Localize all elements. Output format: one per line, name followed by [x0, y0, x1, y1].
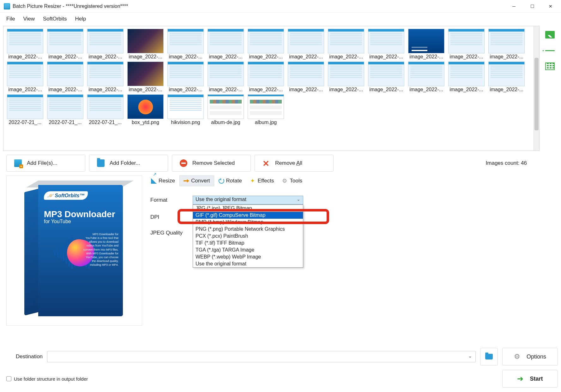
close-button[interactable]: ✕	[541, 0, 560, 13]
remove-all-label: Remove All	[275, 160, 302, 166]
options-button[interactable]: ⚙ Options	[502, 348, 558, 365]
thumbnail-label: image_2022-...	[249, 54, 283, 60]
thumbnail-item[interactable]: 2022-07-21_...	[46, 94, 84, 125]
thumbnail-item[interactable]: image_2022-...	[367, 62, 405, 92]
format-label: Format	[150, 197, 193, 203]
thumbnail-label: image_2022-...	[129, 54, 162, 60]
thumbnail-label: image_2022-...	[129, 87, 162, 92]
add-folder-label: Add Folder...	[110, 160, 140, 166]
thumbnail-item[interactable]: image_2022-...	[126, 29, 165, 60]
start-button[interactable]: ➔ Start	[502, 370, 558, 388]
format-option[interactable]: PNG (*.png) Portable Network Graphics	[193, 226, 303, 233]
format-select[interactable]: Use the original format	[193, 196, 303, 205]
menu-bar: File View SoftOrbits Help	[0, 13, 561, 26]
thumbnail-label: 2022-07-21_...	[89, 120, 122, 125]
format-option[interactable]: TIF (*.tif) TIFF Bitmap	[193, 240, 303, 246]
thumbnail-image	[408, 29, 444, 53]
thumbnail-item[interactable]: album.jpg	[247, 94, 285, 125]
thumbnail-item[interactable]: image_2022-...	[46, 62, 84, 92]
thumbnail-item[interactable]: image_2022-...	[6, 29, 44, 60]
thumbnail-item[interactable]: image_2022-...	[407, 29, 445, 60]
thumbnail-item[interactable]: image_2022-...	[166, 62, 205, 92]
start-arrow-icon: ➔	[517, 374, 523, 383]
view-thumbnails-icon[interactable]	[545, 31, 555, 39]
tab-tools[interactable]: ⚙Tools	[278, 175, 306, 186]
thumbnail-item[interactable]: image_2022-...	[86, 62, 124, 92]
format-option[interactable]: PCX (*.pcx) PaintBrush	[193, 233, 303, 240]
format-option[interactable]: TGA (*.tga) TARGA Image	[193, 246, 303, 253]
thumbnail-item[interactable]: image_2022-...	[407, 62, 445, 92]
minimize-button[interactable]: ─	[505, 0, 523, 13]
format-option[interactable]: Use the original format	[193, 260, 303, 267]
thumbnail-item[interactable]: image_2022-...	[86, 29, 124, 60]
format-option[interactable]: GIF (*.gif) CompuServe Bitmap	[193, 212, 303, 219]
thumbnail-item[interactable]: image_2022-...	[367, 29, 405, 60]
maximize-button[interactable]: ☐	[523, 0, 541, 13]
thumbnail-item[interactable]: image_2022-...	[207, 62, 245, 92]
thumbnail-image	[127, 94, 164, 119]
thumbnail-item[interactable]: image_2022-...	[126, 62, 165, 92]
thumbnail-panel[interactable]: image_2022-...image_2022-...image_2022-.…	[3, 26, 540, 151]
format-option[interactable]: BMP (*.bmp) Windows Bitmap	[193, 219, 303, 226]
thumbnail-item[interactable]: image_2022-...	[46, 29, 84, 60]
browse-destination-button[interactable]	[480, 348, 498, 365]
thumbnail-item[interactable]: 2022-07-21_...	[6, 94, 44, 125]
tab-resize[interactable]: Resize	[147, 175, 179, 186]
remove-selected-label: Remove Selected	[192, 160, 235, 166]
thumbnail-item[interactable]: image_2022-...	[447, 29, 486, 60]
thumbnail-item[interactable]: image_2022-...	[487, 29, 526, 60]
thumbnail-image	[208, 94, 244, 119]
thumbnail-image	[87, 29, 124, 53]
action-row: Add File(s)... Add Folder... Remove Sele…	[3, 151, 540, 172]
destination-input[interactable]	[47, 351, 476, 362]
thumbnail-item[interactable]: image_2022-...	[287, 29, 325, 60]
thumbnail-label: image_2022-...	[48, 87, 82, 92]
thumbnail-item[interactable]: 2022-07-21_...	[86, 94, 124, 125]
thumbnail-item[interactable]: hikvision.png	[166, 94, 205, 125]
view-list-icon[interactable]	[545, 47, 555, 54]
convert-icon	[184, 178, 189, 184]
thumbnail-item[interactable]: image_2022-...	[247, 62, 285, 92]
thumbnail-image	[208, 29, 244, 53]
thumbnail-item[interactable]: image_2022-...	[287, 62, 325, 92]
format-option[interactable]: WEBP (*.webp) WebP Image	[193, 253, 303, 260]
thumbnail-item[interactable]: image_2022-...	[327, 62, 365, 92]
thumbnail-item[interactable]: image_2022-...	[207, 29, 245, 60]
thumbnail-item[interactable]: image_2022-...	[487, 62, 526, 92]
thumbnail-item[interactable]: image_2022-...	[166, 29, 205, 60]
thumbnail-item[interactable]: box_ytd.png	[126, 94, 165, 125]
thumbnail-item[interactable]: image_2022-...	[6, 62, 44, 92]
add-files-label: Add File(s)...	[27, 160, 57, 166]
checkbox-icon[interactable]	[6, 376, 11, 381]
thumbnail-label: image_2022-...	[369, 87, 403, 92]
thumbnail-label: image_2022-...	[329, 54, 363, 60]
add-files-button[interactable]: Add File(s)...	[6, 155, 85, 172]
thumbnail-image	[288, 62, 324, 86]
thumbnail-image	[328, 29, 364, 53]
folder-structure-checkbox-row[interactable]: Use folder structure in output folder	[3, 370, 88, 388]
format-dropdown[interactable]: JPG (*.jpg) JPEG BitmapGIF (*.gif) Compu…	[193, 205, 303, 268]
thumbnail-item[interactable]: image_2022-...	[327, 29, 365, 60]
thumbnails-scrollbar[interactable]	[534, 26, 539, 151]
thumbnail-item[interactable]: image_2022-...	[447, 62, 486, 92]
thumbnail-image	[87, 62, 124, 86]
thumbnail-item[interactable]: image_2022-...	[247, 29, 285, 60]
tab-convert[interactable]: Convert	[179, 175, 214, 186]
menu-view[interactable]: View	[20, 15, 38, 23]
add-folder-button[interactable]: Add Folder...	[89, 155, 168, 172]
thumbnail-image	[368, 29, 404, 53]
thumbnail-image	[127, 29, 164, 53]
product-box-image: 🪐 SoftOrbits™ MP3 Downloader for YouTube…	[24, 185, 124, 316]
remove-selected-button[interactable]: Remove Selected	[172, 155, 251, 172]
view-details-icon[interactable]	[545, 62, 555, 70]
menu-softorbits[interactable]: SoftOrbits	[40, 15, 70, 23]
tab-effects[interactable]: ✦Effects	[246, 175, 278, 186]
format-option[interactable]: JPG (*.jpg) JPEG Bitmap	[193, 205, 303, 212]
tab-rotate[interactable]: Rotate	[215, 175, 246, 186]
product-subtitle: for YouTube	[44, 219, 117, 224]
menu-file[interactable]: File	[3, 15, 18, 23]
remove-all-button[interactable]: ✕ Remove All	[255, 155, 334, 172]
thumbnail-item[interactable]: album-de.jpg	[207, 94, 245, 125]
title-bar: Batch Picture Resizer - ****Unregistered…	[0, 0, 561, 13]
menu-help[interactable]: Help	[72, 15, 89, 23]
